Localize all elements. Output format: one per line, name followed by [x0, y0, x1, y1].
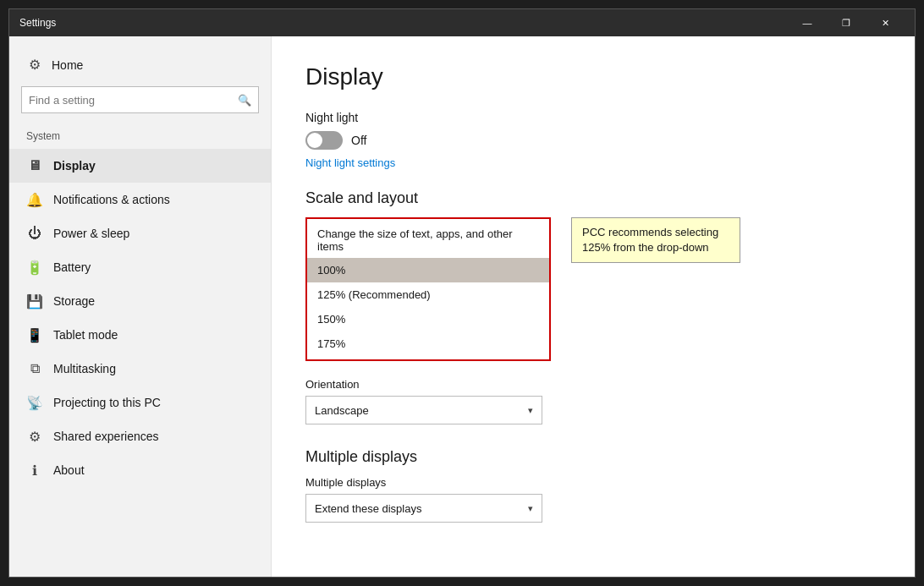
orientation-section: Orientation Landscape ▾ [305, 378, 881, 424]
orientation-dropdown[interactable]: Landscape ▾ [305, 396, 542, 424]
orientation-value: Landscape [315, 404, 369, 417]
titlebar: Settings — ❐ ✕ [9, 9, 915, 36]
sidebar-item-label: Multitasking [53, 362, 116, 375]
night-light-state: Off [351, 134, 366, 147]
sidebar-item-label: Battery [53, 260, 91, 274]
about-icon: ℹ [26, 463, 43, 479]
multiple-displays-value: Extend these displays [315, 502, 421, 515]
scale-option-125[interactable]: 125% (Recommended) [307, 282, 549, 307]
scale-dropdown[interactable]: Change the size of text, apps, and other… [305, 217, 551, 361]
tablet-icon: 📱 [26, 327, 43, 343]
scale-option-100[interactable]: 100% [307, 258, 549, 282]
battery-icon: 🔋 [26, 260, 43, 276]
sidebar-item-multitasking[interactable]: ⧉ Multitasking [9, 352, 271, 386]
scale-and-tooltip-container: Change the size of text, apps, and other… [305, 217, 881, 378]
window-title: Settings [19, 17, 56, 29]
pcc-tooltip: PCC recommends selecting 125% from the d… [571, 217, 740, 263]
sidebar: ⚙ Home 🔍 System 🖥 Display 🔔 Notification… [9, 36, 272, 577]
sidebar-item-about[interactable]: ℹ About [9, 453, 271, 487]
page-title: Display [305, 63, 881, 90]
night-light-settings-link[interactable]: Night light settings [305, 156, 881, 169]
home-icon: ⚙ [26, 57, 43, 73]
night-light-label: Night light [305, 111, 881, 124]
window-content: ⚙ Home 🔍 System 🖥 Display 🔔 Notification… [9, 36, 915, 577]
shared-icon: ⚙ [26, 429, 43, 445]
multiple-displays-title: Multiple displays [305, 448, 881, 466]
sidebar-item-label: Storage [53, 294, 95, 308]
power-icon: ⏻ [26, 226, 43, 241]
multitasking-icon: ⧉ [26, 361, 43, 376]
titlebar-controls: — ❐ ✕ [788, 9, 905, 36]
multiple-displays-dropdown[interactable]: Extend these displays ▾ [305, 494, 542, 523]
scale-dropdown-header: Change the size of text, apps, and other… [307, 222, 549, 258]
sidebar-item-power[interactable]: ⏻ Power & sleep [9, 216, 271, 250]
sidebar-item-projecting[interactable]: 📡 Projecting to this PC [9, 386, 271, 419]
display-icon: 🖥 [26, 158, 43, 173]
scale-option-175[interactable]: 175% [307, 331, 549, 356]
sidebar-item-battery[interactable]: 🔋 Battery [9, 250, 271, 284]
sidebar-home[interactable]: ⚙ Home [9, 50, 271, 79]
sidebar-item-storage[interactable]: 💾 Storage [9, 284, 271, 318]
close-button[interactable]: ✕ [866, 9, 905, 36]
scale-option-150[interactable]: 150% [307, 307, 549, 331]
sidebar-item-shared[interactable]: ⚙ Shared experiences [9, 419, 271, 453]
sidebar-item-label: Projecting to this PC [53, 396, 161, 409]
storage-icon: 💾 [26, 293, 43, 309]
night-light-toggle-row: Off [305, 131, 881, 150]
minimize-button[interactable]: — [788, 9, 827, 36]
chevron-down-icon-2: ▾ [528, 503, 533, 514]
scale-section-title: Scale and layout [305, 189, 881, 207]
search-box[interactable]: 🔍 [21, 86, 259, 113]
settings-window: Settings — ❐ ✕ ⚙ Home 🔍 System 🖥 Display [8, 8, 916, 578]
sidebar-item-notifications[interactable]: 🔔 Notifications & actions [9, 183, 271, 216]
sidebar-item-label: Notifications & actions [53, 193, 170, 206]
projecting-icon: 📡 [26, 395, 43, 411]
sidebar-item-label: Power & sleep [53, 227, 129, 240]
search-input[interactable] [29, 94, 234, 107]
sidebar-section-label: System [9, 127, 271, 149]
sidebar-item-tablet[interactable]: 📱 Tablet mode [9, 318, 271, 352]
home-label: Home [52, 58, 83, 72]
sidebar-item-label: Tablet mode [53, 328, 118, 342]
sidebar-item-display[interactable]: 🖥 Display [9, 149, 271, 183]
main-content: Display Night light Off Night light sett… [272, 36, 915, 577]
maximize-button[interactable]: ❐ [827, 9, 866, 36]
orientation-label: Orientation [305, 378, 881, 391]
sidebar-item-label: Shared experiences [53, 430, 159, 443]
search-icon: 🔍 [238, 94, 251, 107]
notifications-icon: 🔔 [26, 192, 43, 208]
chevron-down-icon: ▾ [528, 405, 533, 416]
sidebar-item-label: Display [53, 159, 96, 173]
multiple-displays-label: Multiple displays [305, 476, 881, 489]
night-light-toggle[interactable] [305, 131, 343, 150]
sidebar-item-label: About [53, 463, 85, 477]
